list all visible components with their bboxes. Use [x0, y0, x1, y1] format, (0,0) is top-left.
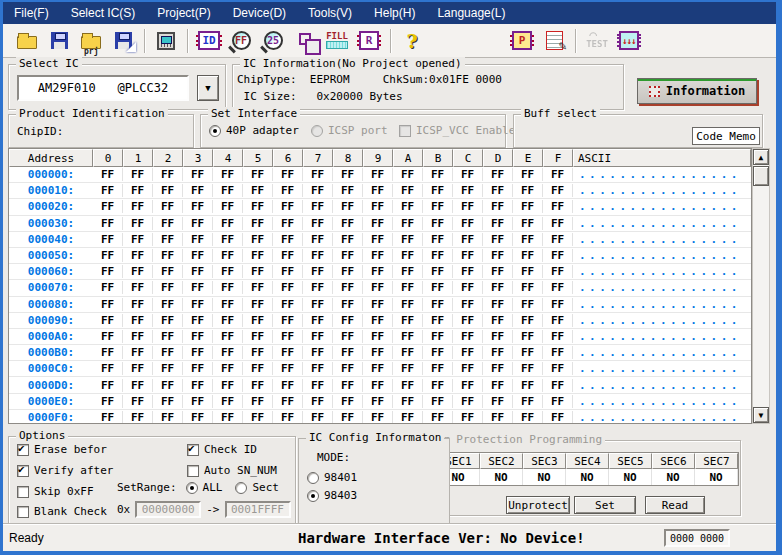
hex-byte-cell[interactable]: FF — [153, 233, 183, 246]
hex-byte-cell[interactable]: FF — [423, 346, 453, 359]
hex-byte-cell[interactable]: FF — [93, 395, 123, 408]
hex-byte-cell[interactable]: FF — [303, 379, 333, 392]
hex-byte-cell[interactable]: FF — [483, 217, 513, 230]
hex-byte-cell[interactable]: FF — [183, 281, 213, 294]
hex-byte-cell[interactable]: FF — [333, 249, 363, 262]
hex-byte-cell[interactable]: FF — [453, 217, 483, 230]
hex-byte-cell[interactable]: FF — [333, 168, 363, 181]
hex-byte-cell[interactable]: FF — [513, 233, 543, 246]
hex-byte-cell[interactable]: FF — [153, 281, 183, 294]
set-button[interactable]: Set — [574, 496, 636, 514]
range-to-input[interactable]: 0001FFFF — [225, 501, 291, 518]
hex-byte-cell[interactable]: FF — [93, 168, 123, 181]
hex-byte-cell[interactable]: FF — [303, 249, 333, 262]
hex-byte-cell[interactable]: FF — [303, 200, 333, 213]
hex-byte-cell[interactable]: FF — [273, 314, 303, 327]
hex-byte-cell[interactable]: FF — [153, 411, 183, 424]
hex-byte-cell[interactable]: FF — [393, 314, 423, 327]
hex-byte-cell[interactable]: FF — [393, 330, 423, 343]
hex-byte-cell[interactable]: FF — [513, 362, 543, 375]
hex-byte-cell[interactable]: FF — [423, 395, 453, 408]
hex-byte-cell[interactable]: FF — [423, 217, 453, 230]
hex-byte-cell[interactable]: FF — [303, 217, 333, 230]
hex-byte-cell[interactable]: FF — [123, 314, 153, 327]
hex-byte-cell[interactable]: FF — [93, 330, 123, 343]
hex-byte-cell[interactable]: FF — [363, 379, 393, 392]
hex-byte-cell[interactable]: FF — [243, 184, 273, 197]
hex-byte-cell[interactable]: FF — [453, 281, 483, 294]
hex-byte-cell[interactable]: FF — [213, 281, 243, 294]
checkbox-check-id[interactable]: Check ID — [187, 443, 257, 456]
hex-byte-cell[interactable]: FF — [453, 184, 483, 197]
hex-byte-cell[interactable]: FF — [333, 184, 363, 197]
hex-byte-cell[interactable]: FF — [513, 395, 543, 408]
hex-byte-cell[interactable]: FF — [423, 314, 453, 327]
hex-byte-cell[interactable]: FF — [453, 200, 483, 213]
hex-byte-cell[interactable]: FF — [123, 168, 153, 181]
hex-byte-cell[interactable]: FF — [513, 200, 543, 213]
hex-byte-cell[interactable]: FF — [543, 217, 573, 230]
hex-byte-cell[interactable]: FF — [393, 184, 423, 197]
hex-byte-cell[interactable]: FF — [483, 314, 513, 327]
hex-byte-cell[interactable]: FF — [213, 298, 243, 311]
hex-byte-cell[interactable]: FF — [483, 168, 513, 181]
read-id-button[interactable]: ID — [193, 27, 225, 55]
hex-byte-cell[interactable]: FF — [213, 346, 243, 359]
hex-byte-cell[interactable]: FF — [243, 411, 273, 424]
hex-byte-cell[interactable]: FF — [423, 184, 453, 197]
hex-byte-cell[interactable]: FF — [543, 233, 573, 246]
hex-byte-cell[interactable]: FF — [483, 411, 513, 424]
hex-byte-cell[interactable]: FF — [543, 184, 573, 197]
hex-byte-cell[interactable]: FF — [423, 281, 453, 294]
hex-byte-cell[interactable]: FF — [243, 168, 273, 181]
menu-help[interactable]: Help(H) — [363, 3, 426, 23]
hex-byte-cell[interactable]: FF — [483, 249, 513, 262]
hex-byte-cell[interactable]: FF — [453, 249, 483, 262]
checkbox-blank-check[interactable]: Blank Check — [17, 505, 107, 518]
hex-byte-cell[interactable]: FF — [483, 281, 513, 294]
hex-byte-cell[interactable]: FF — [363, 265, 393, 278]
hex-byte-cell[interactable]: FF — [93, 265, 123, 278]
hex-byte-cell[interactable]: FF — [513, 379, 543, 392]
hex-byte-cell[interactable]: FF — [363, 395, 393, 408]
hex-byte-cell[interactable]: FF — [183, 249, 213, 262]
hex-byte-cell[interactable]: FF — [423, 330, 453, 343]
hex-byte-cell[interactable]: FF — [123, 233, 153, 246]
hex-byte-cell[interactable]: FF — [153, 362, 183, 375]
hex-byte-cell[interactable]: FF — [513, 346, 543, 359]
hex-byte-cell[interactable]: FF — [183, 346, 213, 359]
hex-byte-cell[interactable]: FF — [483, 330, 513, 343]
verify-25-button[interactable]: 25 — [257, 27, 289, 55]
save-file-button[interactable] — [43, 27, 75, 55]
hex-byte-cell[interactable]: FF — [123, 330, 153, 343]
hex-byte-cell[interactable]: FF — [183, 184, 213, 197]
hex-byte-cell[interactable]: FF — [333, 298, 363, 311]
menu-tools[interactable]: Tools(V) — [297, 3, 363, 23]
hex-byte-cell[interactable]: FF — [273, 265, 303, 278]
hex-byte-cell[interactable]: FF — [363, 314, 393, 327]
mode-98401[interactable]: 98401 — [307, 471, 357, 484]
hex-byte-cell[interactable]: FF — [213, 314, 243, 327]
open-file-button[interactable] — [11, 27, 43, 55]
hex-byte-cell[interactable]: FF — [183, 217, 213, 230]
hex-byte-cell[interactable]: FF — [363, 233, 393, 246]
hex-byte-cell[interactable]: FF — [303, 411, 333, 424]
hex-byte-cell[interactable]: FF — [333, 346, 363, 359]
menu-language[interactable]: Language(L) — [426, 3, 516, 23]
hex-byte-cell[interactable]: FF — [273, 217, 303, 230]
hex-byte-cell[interactable]: FF — [213, 265, 243, 278]
hex-byte-cell[interactable]: FF — [213, 411, 243, 424]
radio-40p-adapter[interactable]: 40P adapter — [209, 124, 299, 137]
buff-select-item-code-memo[interactable]: Code Memo — [692, 127, 760, 145]
hex-byte-cell[interactable]: FF — [123, 346, 153, 359]
hex-byte-cell[interactable]: FF — [273, 298, 303, 311]
hex-byte-cell[interactable]: FF — [123, 362, 153, 375]
hex-byte-cell[interactable]: FF — [243, 249, 273, 262]
hex-byte-cell[interactable]: FF — [153, 200, 183, 213]
hex-byte-cell[interactable]: FF — [243, 298, 273, 311]
hex-byte-cell[interactable]: FF — [123, 249, 153, 262]
save-project-button[interactable] — [107, 27, 139, 55]
hex-byte-cell[interactable]: FF — [513, 314, 543, 327]
hex-byte-cell[interactable]: FF — [333, 330, 363, 343]
hex-byte-cell[interactable]: FF — [543, 298, 573, 311]
